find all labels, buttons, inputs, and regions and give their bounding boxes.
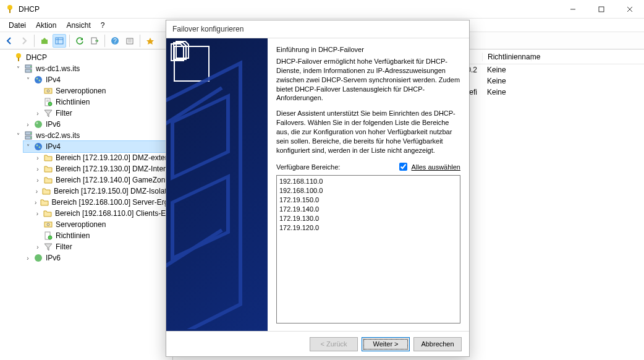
help-button[interactable]: ? (108, 34, 122, 48)
up-button[interactable] (38, 34, 51, 48)
select-all-label[interactable]: Alles auswählen (412, 163, 461, 171)
tree-s2-ipv6[interactable]: ›IPv6 (23, 252, 172, 264)
forward-button[interactable] (17, 34, 31, 48)
menu-datei[interactable]: Datei (4, 20, 31, 31)
collapse-icon[interactable]: ˅ (14, 64, 22, 73)
expand-icon[interactable]: › (23, 254, 32, 262)
svg-point-22 (30, 71, 32, 72)
tree-scope[interactable]: ›Bereich [192.168.110.0] Clients-Erg (33, 208, 172, 219)
dialog-heading: Einführung in DHCP-Failover (276, 46, 460, 53)
folder-icon (43, 164, 53, 174)
expand-icon[interactable]: › (23, 120, 32, 129)
scope-item[interactable]: 172.19.130.0 (279, 214, 457, 223)
expand-icon[interactable] (4, 53, 12, 62)
svg-rect-47 (172, 176, 228, 258)
svg-point-39 (36, 145, 38, 147)
tree-s2-richtlinien[interactable]: Richtlinien (33, 230, 172, 241)
ipv6-icon (33, 253, 43, 263)
scope-item[interactable]: 172.19.120.0 (279, 223, 457, 233)
tree-server-1[interactable]: ˅ ws-dc1.ws.its (14, 63, 172, 74)
col-policy[interactable]: Richtlinienname (482, 53, 532, 61)
export-button[interactable] (88, 34, 101, 48)
dialog-paragraph-1: DHCP-Failover ermöglicht hohe Verfügbark… (276, 57, 460, 103)
dhcp-icon (14, 53, 23, 62)
tree-root-dhcp[interactable]: DHCP (4, 52, 172, 63)
policy-value: Keine (482, 88, 511, 96)
svg-point-37 (30, 137, 32, 139)
policy-value: Keine (482, 66, 511, 74)
tree-server-2[interactable]: ˅ ws-dc2.ws.its (14, 130, 172, 141)
policy-icon (43, 231, 53, 241)
tree-s1-ipv6[interactable]: ›IPv6 (23, 119, 172, 130)
collapse-icon[interactable]: ˅ (14, 131, 22, 140)
expand-icon[interactable]: › (33, 153, 42, 162)
svg-point-31 (48, 102, 52, 106)
svg-point-25 (39, 80, 41, 82)
tree-pane[interactable]: DHCP ˅ ws-dc1.ws.its (0, 49, 173, 360)
scope-item[interactable]: 192.168.110.0 (279, 177, 457, 186)
tree-s1-richtlinien[interactable]: Richtlinien (33, 96, 172, 108)
scope-item[interactable]: 172.19.150.0 (279, 195, 457, 205)
tree-scope[interactable]: ›Bereich [172.19.150.0] DMZ-Isolatio (33, 186, 172, 197)
available-scopes-list[interactable]: 192.168.110.0 192.168.100.0 172.19.150.0… (276, 175, 460, 324)
expand-icon[interactable]: › (33, 209, 41, 218)
collapse-icon[interactable]: ˅ (23, 142, 32, 151)
server-icon (23, 64, 33, 74)
tree-root-label: DHCP (26, 53, 47, 62)
refresh-button[interactable] (73, 34, 87, 48)
expand-icon[interactable]: › (33, 176, 42, 184)
svg-rect-26 (44, 88, 52, 93)
menu-help[interactable]: ? (96, 20, 110, 31)
tree-s1-serveroptionen[interactable]: Serveroptionen (33, 85, 172, 96)
failover-dialog: Failover konfigurieren (166, 20, 470, 357)
svg-point-0 (7, 5, 12, 10)
scope-item[interactable]: 192.168.100.0 (279, 186, 457, 195)
tree-server-1-label: ws-dc1.ws.its (36, 64, 80, 73)
properties-button[interactable] (123, 34, 137, 48)
tree-s1-ipv4-label: IPv4 (46, 75, 61, 84)
svg-rect-6 (41, 40, 48, 44)
svg-rect-18 (18, 58, 19, 61)
tree-scope[interactable]: ›Bereich [172.19.120.0] DMZ-extern (33, 152, 172, 163)
tree-scope[interactable]: ›Bereich [172.19.130.0] DMZ-Intern (33, 163, 172, 174)
expand-icon[interactable]: › (33, 165, 42, 173)
tree-s2-filter[interactable]: ›Filter (33, 241, 172, 252)
gear-icon (43, 220, 53, 229)
svg-point-44 (48, 236, 52, 239)
cancel-button[interactable]: Abbrechen (413, 337, 462, 351)
collapse-icon[interactable]: ˅ (23, 75, 32, 84)
expand-icon[interactable]: › (33, 242, 42, 251)
next-button[interactable]: Weiter > (362, 337, 410, 351)
dialog-paragraph-2: Dieser Assistent unterstützt Sie beim Ei… (276, 109, 460, 155)
svg-rect-46 (172, 96, 228, 178)
back-button[interactable] (2, 34, 16, 48)
tree-s2-ipv4[interactable]: ˅ IPv4 (23, 141, 172, 152)
expand-icon[interactable]: › (33, 198, 38, 207)
svg-point-17 (16, 53, 21, 58)
minimize-button[interactable] (559, 0, 587, 19)
policy-value: Keine (482, 77, 511, 85)
tree-s1-filter[interactable]: ›Filter (33, 108, 172, 119)
back-button: < Zurück (310, 337, 358, 351)
maximize-button[interactable] (587, 0, 616, 19)
window-title: DHCP (19, 5, 40, 14)
svg-point-38 (35, 143, 42, 150)
folder-icon (40, 197, 49, 207)
expand-icon[interactable]: › (33, 109, 42, 118)
close-button[interactable] (616, 0, 644, 19)
tree-scope[interactable]: ›Bereich [192.168.100.0] Server-Ergo (33, 197, 172, 208)
folder-icon (43, 153, 53, 163)
menu-aktion[interactable]: Aktion (31, 20, 61, 31)
tree-s2-serveroptionen[interactable]: Serveroptionen (33, 219, 172, 230)
scope-item[interactable]: 172.19.140.0 (279, 205, 457, 214)
svg-point-21 (30, 66, 32, 67)
details-view-button[interactable] (53, 34, 66, 48)
folder-icon (43, 208, 53, 218)
action-button[interactable] (143, 34, 157, 48)
select-all-checkbox[interactable] (399, 163, 407, 171)
tree-scope[interactable]: ›Bereich [172.19.140.0] GameZone (33, 174, 172, 186)
tree-s1-ipv4[interactable]: ˅ IPv4 (23, 74, 172, 85)
menu-ansicht[interactable]: Ansicht (61, 20, 95, 31)
policy-icon (43, 97, 53, 107)
expand-icon[interactable]: › (33, 187, 40, 195)
